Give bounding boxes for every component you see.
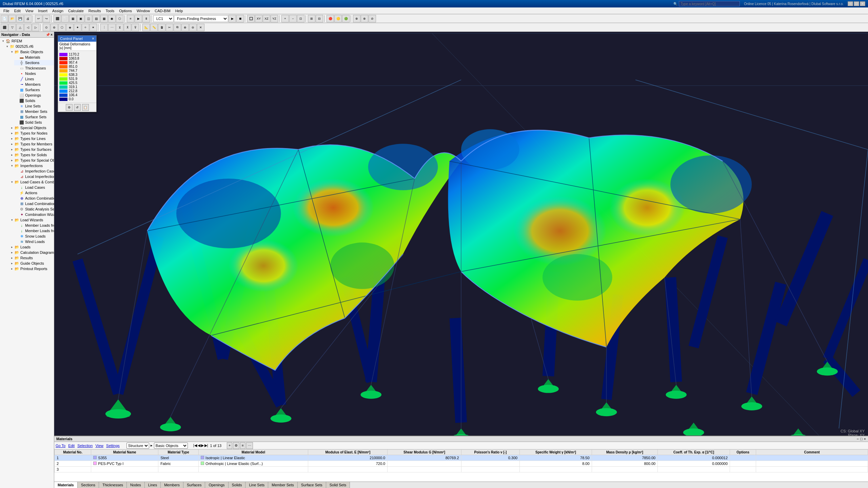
tree-thicknesses[interactable]: ▭ Thicknesses [14, 65, 54, 71]
view-3d[interactable]: 🔲 [247, 15, 255, 22]
tb2-5[interactable]: ▷ [32, 24, 39, 31]
tree-local-imperfections[interactable]: ⊿ Local Imperfections [14, 174, 54, 179]
tab-materials[interactable]: Materials [54, 482, 78, 488]
tree-surfacesets[interactable]: ▦ Surface Sets [14, 114, 54, 120]
settings-label[interactable]: Settings [106, 444, 120, 448]
cp-close-btn[interactable]: × [92, 36, 94, 41]
tb2-1[interactable]: ⬛ [1, 24, 8, 31]
tree-member-area-load[interactable]: ↓ Member Loads from Area Load [14, 223, 54, 228]
nav-pin-btn[interactable]: 📌 [46, 33, 50, 37]
tab-nodes[interactable]: Nodes [127, 482, 145, 488]
bt-add[interactable]: + [227, 442, 232, 449]
bottom-expand-btn[interactable]: □ [860, 437, 863, 441]
tree-action-combinations[interactable]: ⊕ Action Combinations [14, 196, 54, 201]
zoom-out[interactable]: − [289, 15, 297, 22]
bottom-min-btn[interactable]: − [856, 437, 859, 441]
close-btn[interactable]: × [860, 1, 865, 6]
bt-settings2[interactable]: ⚙ [233, 442, 239, 449]
view-xz[interactable]: XZ [263, 15, 270, 22]
toggle-rfem[interactable]: ▾ [1, 39, 5, 43]
zoom-in[interactable]: + [281, 15, 289, 22]
undo-btn[interactable]: ↩ [35, 15, 42, 22]
tab-thicknesses[interactable]: Thicknesses [99, 482, 127, 488]
goto-label[interactable]: Go To [56, 444, 65, 448]
tb2-3[interactable]: △ [16, 24, 24, 31]
menu-results[interactable]: Results [86, 8, 103, 14]
tb2-11[interactable]: ✧ [82, 24, 89, 31]
filter3[interactable]: 🟢 [342, 15, 350, 22]
zoom-fit[interactable]: ⊡ [297, 15, 304, 22]
tb2-15[interactable]: ⊻ [116, 24, 123, 31]
filter2[interactable]: 🟡 [334, 15, 342, 22]
tree-solids[interactable]: ⬛ Solids [14, 98, 54, 103]
cp-export-btn[interactable]: 📋 [82, 104, 89, 111]
snap2[interactable]: ⊗ [361, 15, 368, 22]
tab-surface-sets[interactable]: Surface Sets [298, 482, 326, 488]
tb13[interactable]: ▶ [135, 15, 142, 22]
tree-combination-wizards[interactable]: ✦ Combination Wizards [14, 212, 54, 217]
open-btn[interactable]: 📂 [8, 15, 16, 22]
filter-select[interactable]: Structure [126, 443, 149, 449]
tree-types-lines[interactable]: ▸ 📂 Types for Lines [9, 136, 54, 141]
tree-load-cases-combinations[interactable]: ▾ 📂 Load Cases & Combinations [9, 179, 54, 185]
menu-file[interactable]: File [1, 8, 12, 14]
selection-label[interactable]: Selection [77, 444, 93, 448]
tab-surfaces[interactable]: Surfaces [183, 482, 205, 488]
tab-members[interactable]: Members [161, 482, 183, 488]
tree-sections[interactable]: ╬ Sections [14, 60, 54, 65]
tb4[interactable]: ⬜ [61, 15, 69, 22]
save-btn[interactable]: 💾 [16, 15, 24, 22]
tab-solids[interactable]: Solids [229, 482, 246, 488]
tree-types-surfaces[interactable]: ▸ 📂 Types for Surfaces [9, 147, 54, 152]
tree-loads[interactable]: ▸ 📂 Loads [9, 244, 54, 250]
run-btn[interactable]: ▶ [229, 15, 236, 22]
view-label[interactable]: View [95, 444, 103, 448]
tb2-13[interactable]: ⋮ [100, 24, 108, 31]
tree-types-nodes[interactable]: ▸ 📂 Types for Nodes [9, 130, 54, 136]
tb12[interactable]: ≡ [127, 15, 134, 22]
table-row[interactable]: 1S355SteelIsotropic | Linear Elastic2100… [55, 455, 868, 461]
tb6[interactable]: ▣ [77, 15, 84, 22]
tb2-25[interactable]: ✕ [197, 24, 204, 31]
tb2-7[interactable]: ⊚ [51, 24, 58, 31]
tree-actions[interactable]: ⚡ Actions [14, 190, 54, 196]
tree-surfaces[interactable]: ▦ Surfaces [14, 87, 54, 93]
tree-member-free-line[interactable]: ↓ Member Loads from Free Line Load [14, 228, 54, 233]
tb2-6[interactable]: ⊙ [43, 24, 50, 31]
tree-load-cases[interactable]: ↓ Load Cases [14, 185, 54, 190]
nav-prev[interactable]: ◀ [198, 443, 200, 448]
tree-load-combinations[interactable]: ⊞ Load Combinations [14, 201, 54, 206]
tab-member-sets[interactable]: Member Sets [268, 482, 297, 488]
tb2-12[interactable]: ✶ [90, 24, 97, 31]
menu-insert[interactable]: Insert [36, 8, 50, 14]
tree-basic-objects[interactable]: ▾ 📂 Basic Objects [9, 49, 54, 55]
cp-settings-btn[interactable]: ⚙ [66, 104, 73, 111]
menu-help[interactable]: Help [173, 8, 185, 14]
tb2-8[interactable]: ⬡ [58, 24, 66, 31]
menu-tools[interactable]: Tools [103, 8, 116, 14]
menu-options[interactable]: Options [117, 8, 134, 14]
tree-lines[interactable]: ╱ Lines [14, 76, 54, 82]
tree-printout-reports[interactable]: ▸ 📂 Printout Reports [9, 266, 54, 271]
select-all[interactable]: ⊞ [308, 15, 315, 22]
tb3[interactable]: ⬛ [54, 15, 61, 22]
delete-btn[interactable]: 🗑 [158, 24, 165, 31]
tb9[interactable]: ▩ [100, 15, 108, 22]
cp-reset-btn[interactable]: ↺ [74, 104, 81, 111]
tree-guide-objects[interactable]: ▸ 📂 Guide Objects [9, 261, 54, 266]
tree-materials[interactable]: ▬ Materials [14, 55, 54, 60]
tree-wind-loads[interactable]: ≋ Wind Loads [14, 239, 54, 244]
tree-results[interactable]: ▸ 📂 Results [9, 255, 54, 261]
tree-openings[interactable]: ⬜ Openings [14, 93, 54, 98]
tb2-19[interactable]: 📏 [150, 24, 158, 31]
table-row[interactable]: 2PES-PVC Typ IFabricOrthotropic | Linear… [55, 461, 868, 467]
tb2-23[interactable]: ⊕ [181, 24, 189, 31]
menu-edit[interactable]: Edit [12, 8, 23, 14]
tree-rfem[interactable]: ▾ 🏠 RFEM [0, 38, 54, 44]
snap1[interactable]: ⊕ [353, 15, 360, 22]
viewport-3d[interactable]: Control Panel × Global Deformations |u| … [54, 32, 868, 488]
tree-types-members[interactable]: ▸ 📂 Types for Members [9, 141, 54, 147]
tree-snow-loads[interactable]: ❄ Snow Loads [14, 233, 54, 239]
snap3[interactable]: ⊘ [369, 15, 376, 22]
tree-imperfections[interactable]: ▾ 📂 Imperfections [9, 163, 54, 168]
